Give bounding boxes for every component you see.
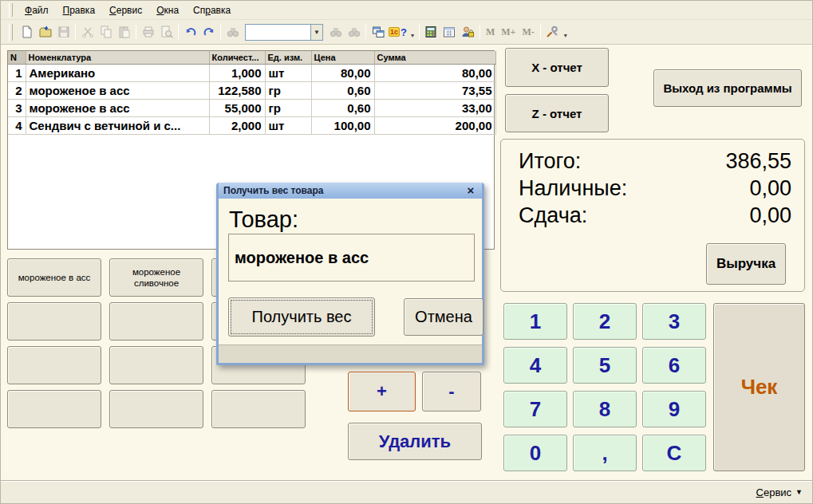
table-cell: мороженое в асс xyxy=(26,81,209,99)
table-cell: 122,580 xyxy=(209,81,265,99)
table-cell: шт xyxy=(265,116,311,134)
product-button-empty[interactable] xyxy=(109,346,203,384)
toolbar-separator xyxy=(365,25,366,39)
product-button-empty[interactable] xyxy=(109,390,203,428)
dialog-title-bar[interactable]: Получить вес товара × xyxy=(219,183,482,199)
copy-icon xyxy=(97,23,115,41)
table-cell: 200,00 xyxy=(374,116,495,134)
numpad-key-4[interactable]: 4 xyxy=(503,347,567,384)
cancel-button[interactable]: Отмена xyxy=(404,298,483,336)
user-lock-icon[interactable] xyxy=(459,23,477,41)
menu-окна[interactable]: Окна xyxy=(149,3,186,18)
table-cell: 4 xyxy=(8,116,26,134)
tools-icon[interactable] xyxy=(543,23,562,41)
service-menu-button[interactable]: Сервис xyxy=(756,486,792,498)
total-value: 0,00 xyxy=(749,203,791,228)
toolbar: ▼1с?▾MM+M-▾ xyxy=(1,20,813,45)
product-button-мороженое-сливочное[interactable]: мороженое сливочное xyxy=(109,258,203,297)
total-value: 386,55 xyxy=(725,149,791,174)
total-row: Наличные:0,00 xyxy=(519,176,791,201)
print-preview-icon xyxy=(157,23,176,41)
table-cell: мороженое в асс xyxy=(26,99,209,116)
total-row: Сдача:0,00 xyxy=(519,203,791,228)
x-report-button[interactable]: X - отчет xyxy=(505,48,609,87)
toolbar-separator xyxy=(540,25,541,39)
table-cell: гр xyxy=(265,81,311,99)
product-button-empty[interactable] xyxy=(109,302,203,341)
search-input[interactable] xyxy=(245,24,310,41)
product-button-мороженое-в-асс[interactable]: мороженое в асс xyxy=(7,258,101,297)
table-row[interactable]: 2мороженое в асс122,580гр0,6073,55 xyxy=(8,81,495,99)
table-cell: Американо xyxy=(26,64,209,81)
numpad-key-comma[interactable]: , xyxy=(573,435,637,471)
redo-icon[interactable] xyxy=(199,23,218,41)
table-row[interactable]: 1Американо1,000шт80,0080,00 xyxy=(8,64,495,81)
numpad-key-C[interactable]: C xyxy=(642,435,706,471)
numpad-key-6[interactable]: 6 xyxy=(642,347,706,384)
calculator-icon[interactable] xyxy=(422,23,440,41)
numpad: 1234567890,C xyxy=(503,303,706,471)
menu-справка[interactable]: Справка xyxy=(186,3,238,18)
numpad-key-3[interactable]: 3 xyxy=(642,303,706,340)
column-header: N xyxy=(8,51,26,64)
numpad-key-2[interactable]: 2 xyxy=(573,303,637,340)
exit-program-button[interactable]: Выход из программы xyxy=(653,69,802,107)
table-cell: гр xyxy=(265,99,311,116)
product-button-empty[interactable] xyxy=(211,390,306,428)
find-previous-icon xyxy=(345,23,363,41)
memory-recall-button: M xyxy=(483,23,498,41)
column-header: Ед. изм. xyxy=(265,51,311,64)
combo-dropdown-icon[interactable]: ▼ xyxy=(310,24,323,41)
close-icon[interactable]: × xyxy=(464,185,477,196)
cut-icon xyxy=(78,23,97,41)
numpad-key-5[interactable]: 5 xyxy=(573,347,637,384)
quantity-minus-button[interactable]: - xyxy=(422,372,481,411)
toolbar-separator xyxy=(419,25,420,39)
table-cell: шт xyxy=(265,64,311,81)
table-row[interactable]: 4Сендвич с ветчиной и с...2,000шт100,002… xyxy=(8,116,495,134)
new-document-icon[interactable] xyxy=(18,23,36,41)
table-cell: 33,00 xyxy=(374,99,495,116)
total-value: 0,00 xyxy=(749,176,791,201)
numpad-key-9[interactable]: 9 xyxy=(642,391,706,427)
calendar-icon[interactable] xyxy=(440,23,459,41)
cascade-windows-icon[interactable] xyxy=(369,23,387,41)
table-row[interactable]: 3мороженое в асс55,000гр0,6033,00 xyxy=(8,99,495,116)
table-cell: 80,00 xyxy=(311,64,374,81)
question-mark-icon: ? xyxy=(401,26,407,38)
product-button-empty[interactable] xyxy=(7,390,101,428)
open-file-icon[interactable] xyxy=(36,23,54,41)
status-bar: Сервис ▼ xyxy=(1,480,813,503)
menu-файл[interactable]: Файл xyxy=(18,3,56,18)
table-header-row: NНоменклатураКоличест...Ед. изм.ЦенаСумм… xyxy=(8,51,495,64)
z-report-button[interactable]: Z - отчет xyxy=(505,94,609,132)
get-weight-button[interactable]: Получить вес xyxy=(228,297,375,337)
toolbar-separator xyxy=(178,25,179,39)
product-button-empty[interactable] xyxy=(7,346,101,384)
numpad-key-8[interactable]: 8 xyxy=(573,391,637,427)
help-dropdown-chevron-icon[interactable]: ▾ xyxy=(408,23,416,41)
menu-сервис[interactable]: Сервис xyxy=(102,3,149,18)
tools-dropdown-chevron-icon[interactable]: ▾ xyxy=(562,23,570,41)
total-label: Наличные: xyxy=(519,176,627,201)
delete-item-button[interactable]: Удалить xyxy=(348,423,482,460)
quantity-plus-button[interactable]: + xyxy=(348,372,416,411)
table-cell: 0,60 xyxy=(311,81,374,99)
numpad-key-0[interactable]: 0 xyxy=(503,435,567,471)
print-icon xyxy=(139,23,157,41)
numpad-key-7[interactable]: 7 xyxy=(503,391,567,427)
numpad-key-1[interactable]: 1 xyxy=(503,303,567,340)
get-weight-dialog: Получить вес товара × Товар: мороженое в… xyxy=(216,183,484,365)
table-cell: 100,00 xyxy=(311,116,374,134)
help-1c-icon[interactable]: 1с? xyxy=(387,23,408,41)
revenue-button[interactable]: Выручка xyxy=(706,243,786,285)
table-cell: 1,000 xyxy=(209,64,265,81)
check-button[interactable]: Чек xyxy=(713,303,805,471)
toolbar-separator xyxy=(75,25,76,39)
menu-правка[interactable]: Правка xyxy=(56,3,103,18)
undo-icon[interactable] xyxy=(181,23,199,41)
pos-cash-register-window: ФайлПравкаСервисОкнаСправка ▼1с?▾MM+M-▾ … xyxy=(0,0,813,504)
table-cell: 2,000 xyxy=(209,116,265,134)
product-button-empty[interactable] xyxy=(7,302,101,341)
column-header: Количест... xyxy=(209,51,265,64)
